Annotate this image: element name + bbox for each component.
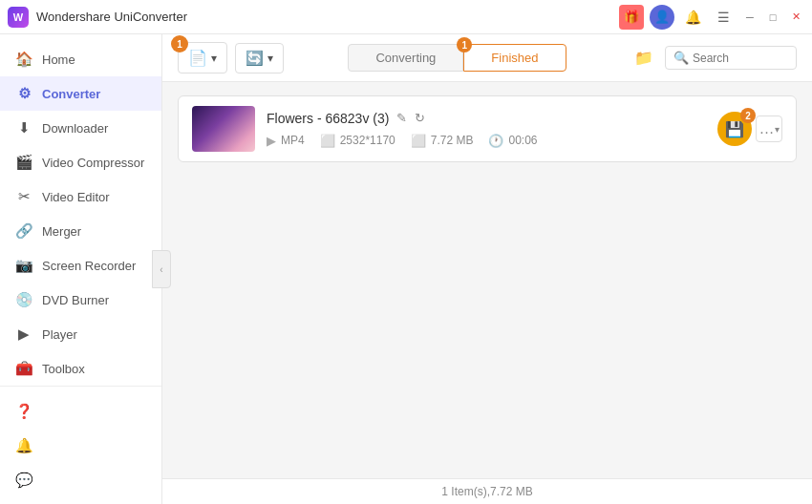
sidebar-label-home: Home	[42, 52, 75, 67]
close-button[interactable]: ✕	[787, 9, 804, 26]
add-button[interactable]: 📄 ▾ 1	[178, 42, 227, 74]
bell-icon[interactable]: 🔔	[680, 5, 705, 30]
app-title: Wondershare UniConverter	[36, 10, 619, 24]
sidebar: 🏠 Home ⚙ Converter ⬇ Downloader 🎬 Video …	[0, 34, 162, 504]
file-info: Flowers - 66823v (3) ✎ ↻ ▶ MP4 ⬜ 2532*11…	[267, 111, 706, 148]
add-button-label: ▾	[211, 52, 217, 65]
dvd-burner-icon: 💿	[15, 291, 32, 308]
video-editor-icon: ✂	[15, 188, 32, 205]
meta-resolution: ⬜ 2532*1170	[320, 134, 395, 148]
app-body: 🏠 Home ⚙ Converter ⬇ Downloader 🎬 Video …	[0, 34, 812, 504]
convert-button[interactable]: 🔄 ▾	[235, 43, 284, 74]
duration-icon: 🕐	[488, 134, 503, 148]
file-meta: ▶ MP4 ⬜ 2532*1170 ⬜ 7.72 MB 🕐	[267, 134, 706, 148]
sidebar-label-toolbox: Toolbox	[42, 362, 85, 376]
sidebar-item-screen-recorder[interactable]: 📷 Screen Recorder	[0, 248, 161, 283]
size-icon: ⬜	[411, 134, 426, 148]
file-duration: 00:06	[508, 134, 537, 147]
screen-recorder-icon: 📷	[15, 257, 32, 274]
feedback-icon: 💬	[15, 472, 32, 489]
file-card: Flowers - 66823v (3) ✎ ↻ ▶ MP4 ⬜ 2532*11…	[178, 95, 797, 162]
meta-duration: 🕐 00:06	[488, 134, 537, 148]
search-area: 📁 🔍	[630, 45, 797, 72]
add-badge: 1	[171, 35, 188, 52]
file-size: 7.72 MB	[431, 134, 474, 147]
more-button[interactable]: … ▾	[756, 116, 782, 142]
downloader-icon: ⬇	[15, 119, 32, 136]
sidebar-label-video-compressor: Video Compressor	[42, 156, 144, 170]
resolution-icon: ⬜	[320, 134, 335, 148]
sidebar-label-dvd-burner: DVD Burner	[42, 293, 109, 307]
tab-converting[interactable]: Converting	[348, 44, 463, 72]
maximize-button[interactable]: □	[764, 9, 781, 26]
sidebar-item-downloader[interactable]: ⬇ Downloader	[0, 111, 161, 145]
menu-icon[interactable]: ☰	[711, 5, 736, 30]
thumbnail-image	[192, 106, 255, 152]
save-button[interactable]: 💾 2	[717, 112, 752, 146]
sidebar-label-merger: Merger	[42, 224, 81, 239]
tab-group: Converting 1 Finished	[291, 44, 623, 72]
file-format: MP4	[281, 134, 305, 147]
folder-button[interactable]: 📁	[630, 45, 657, 72]
convert-button-label: ▾	[267, 52, 273, 65]
sidebar-bottom: ❓ 🔔 💬	[0, 386, 161, 504]
minimize-button[interactable]: ─	[741, 9, 759, 26]
file-resolution: 2532*1170	[340, 134, 395, 147]
content-area: 📄 ▾ 1 🔄 ▾ Converting 1 Finished 📁	[162, 34, 812, 504]
toolbar: 📄 ▾ 1 🔄 ▾ Converting 1 Finished 📁	[162, 34, 812, 82]
sidebar-item-player[interactable]: ▶ Player	[0, 317, 161, 351]
title-bar: W Wondershare UniConverter 🎁 👤 🔔 ☰ ─ □ ✕	[0, 0, 812, 34]
save-icon: 💾	[725, 120, 744, 138]
sidebar-item-notifications[interactable]: 🔔	[0, 429, 161, 463]
search-input[interactable]	[693, 52, 788, 65]
main-content: Flowers - 66823v (3) ✎ ↻ ▶ MP4 ⬜ 2532*11…	[162, 82, 812, 478]
sidebar-item-feedback[interactable]: 💬	[0, 463, 161, 497]
player-icon: ▶	[15, 326, 32, 343]
edit-icon[interactable]: ✎	[396, 111, 407, 125]
sidebar-item-merger[interactable]: 🔗 Merger	[0, 214, 161, 248]
finished-badge: 1	[457, 37, 472, 52]
status-text: 1 Item(s),7.72 MB	[441, 485, 532, 498]
sidebar-item-help[interactable]: ❓	[0, 394, 161, 429]
app-logo: W	[8, 7, 29, 28]
converter-icon: ⚙	[15, 85, 32, 102]
save-badge: 2	[740, 108, 756, 123]
sidebar-label-video-editor: Video Editor	[42, 190, 110, 204]
video-compressor-icon: 🎬	[15, 154, 32, 171]
sidebar-label-downloader: Downloader	[42, 121, 108, 136]
sidebar-item-converter[interactable]: ⚙ Converter	[0, 76, 161, 111]
search-icon: 🔍	[673, 51, 689, 65]
help-icon: ❓	[15, 403, 32, 420]
status-bar: 1 Item(s),7.72 MB	[162, 478, 812, 504]
sidebar-item-video-compressor[interactable]: 🎬 Video Compressor	[0, 145, 161, 179]
tab-finished[interactable]: 1 Finished	[463, 44, 566, 72]
more-icon: …	[759, 120, 775, 137]
file-name-row: Flowers - 66823v (3) ✎ ↻	[267, 111, 706, 126]
toolbox-icon: 🧰	[15, 360, 32, 377]
file-actions: 💾 2 … ▾	[717, 112, 782, 146]
chevron-down-icon: ▾	[775, 124, 780, 135]
user-icon[interactable]: 👤	[650, 5, 674, 30]
meta-size: ⬜ 7.72 MB	[411, 134, 474, 148]
meta-format: ▶ MP4	[267, 134, 305, 148]
notifications-icon: 🔔	[15, 437, 32, 454]
sidebar-item-home[interactable]: 🏠 Home	[0, 42, 161, 76]
file-thumbnail	[192, 106, 255, 152]
gift-icon[interactable]: 🎁	[619, 5, 644, 30]
format-icon: ▶	[267, 134, 276, 148]
file-name: Flowers - 66823v (3)	[267, 111, 389, 126]
merger-icon: 🔗	[15, 222, 32, 240]
sidebar-collapse-handle[interactable]: ‹	[152, 250, 171, 288]
sidebar-item-toolbox[interactable]: 🧰 Toolbox	[0, 351, 161, 386]
title-bar-controls: 🎁 👤 🔔 ☰ ─ □ ✕	[619, 5, 804, 30]
convert-icon: 🔄	[246, 50, 264, 67]
sidebar-label-player: Player	[42, 327, 77, 342]
home-icon: 🏠	[15, 51, 32, 68]
sidebar-label-screen-recorder: Screen Recorder	[42, 259, 136, 273]
sidebar-item-video-editor[interactable]: ✂ Video Editor	[0, 179, 161, 214]
sidebar-label-converter: Converter	[42, 87, 100, 101]
search-box[interactable]: 🔍	[665, 46, 797, 70]
add-icon: 📄	[188, 49, 207, 67]
sidebar-item-dvd-burner[interactable]: 💿 DVD Burner	[0, 283, 161, 317]
refresh-icon[interactable]: ↻	[415, 111, 425, 125]
